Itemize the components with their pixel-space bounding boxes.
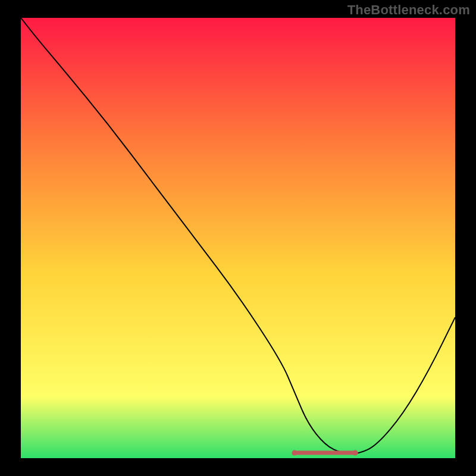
watermark-text: TheBottleneck.com: [347, 2, 470, 18]
plot-area: [21, 18, 455, 458]
chart-frame: TheBottleneck.com: [0, 0, 476, 476]
flat-segment-dot-left: [292, 450, 297, 456]
flat-segment-dot-right: [353, 450, 358, 456]
chart-svg: [21, 18, 455, 458]
gradient-background: [21, 18, 455, 458]
